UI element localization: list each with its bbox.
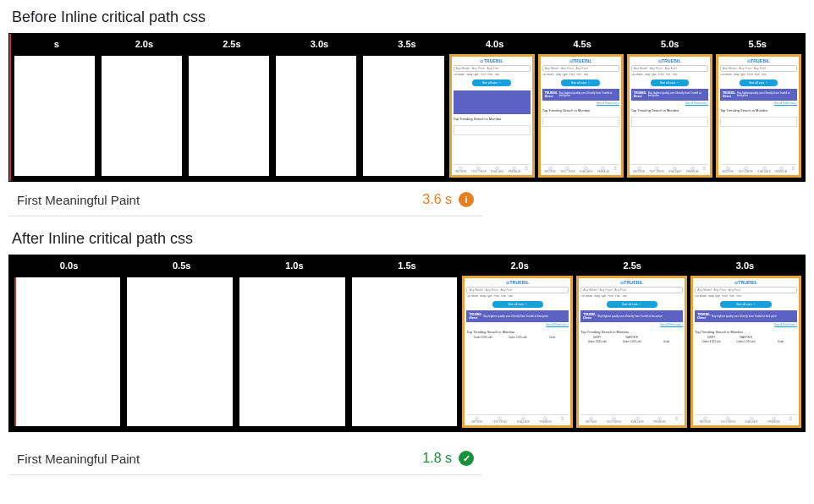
after-frames: ⊙TRUEBIL Any Model · Any Price · Any Fue…: [13, 276, 801, 428]
timestamp: 2.5s: [188, 39, 276, 52]
timestamp: 0.5s: [125, 260, 238, 274]
info-icon[interactable]: i: [459, 192, 474, 207]
frame-blank: [350, 276, 459, 428]
frame-blank: [361, 54, 445, 178]
mini-bottom-nav: ⊙BROWSE ⊙TEST DRIVE ⊙EVALUATE ⊙PREMIUM ≡: [454, 164, 531, 173]
before-timestamps: s 2.0s 2.5s 3.0s 3.5s 4.0s 4.5s 5.0s 5.5…: [13, 39, 801, 52]
timestamp: 2.5s: [576, 260, 689, 274]
after-filmstrip: 0.0s 0.5s 1.0s 1.5s 2.0s 2.5s 3.0s ⊙TRUE…: [8, 255, 806, 432]
frame-blank: [13, 276, 122, 428]
frame-rendered: ⊙TRUEBIL Any Model · Any Price · Any Fue…: [690, 276, 801, 428]
mini-logo: ⊙TRUEBIL: [454, 58, 531, 63]
check-icon: ✓: [459, 451, 474, 466]
timestamp: 2.0s: [101, 39, 189, 52]
mini-search: Any Model · Any Price · Any Fuel: [454, 65, 531, 72]
timestamp: 4.5s: [538, 39, 626, 52]
mini-trending-heading: Top Trending Search in Mumbai: [454, 118, 531, 122]
before-frames: ⊙TRUEBIL Any Model · Any Price · Any Fue…: [13, 54, 801, 178]
timestamp: 1.0s: [238, 260, 350, 274]
frame-blank: [187, 54, 271, 178]
after-title: After Inline critical path css: [12, 230, 806, 248]
timestamp: 3.0s: [689, 260, 801, 274]
timestamp: 3.0s: [276, 39, 364, 52]
mini-banner-placeholder: [454, 90, 531, 114]
playhead-indicator: [9, 34, 11, 181]
mini-chips: Car Model Body Type Price Fuel Year: [454, 74, 531, 77]
metric-value: 3.6 s: [422, 192, 452, 207]
metric-value: 1.8 s: [422, 451, 452, 466]
frame-blank: [274, 54, 358, 178]
metric-label: First Meaningful Paint: [17, 193, 422, 207]
frame-blank: [13, 54, 96, 178]
frame-rendered: ⊙TRUEBIL Any Model · Any Price · Any Fue…: [538, 54, 624, 178]
timestamp: 5.5s: [714, 39, 802, 52]
timestamp: 5.0s: [626, 39, 714, 52]
playhead-indicator: [14, 277, 16, 426]
frame-partial: ⊙TRUEBIL Any Model · Any Price · Any Fue…: [449, 54, 535, 178]
frame-rendered: ⊙TRUEBIL Any Model · Any Price · Any Fue…: [576, 276, 687, 428]
timestamp: 0.0s: [13, 260, 125, 274]
frame-rendered: ⊙TRUEBIL Any Model · Any Price · Any Fue…: [627, 54, 712, 178]
frame-blank: [125, 276, 234, 428]
mini-placeholder: [454, 125, 531, 135]
mini-app: ⊙TRUEBIL Any Model · Any Price · Any Fue…: [541, 57, 621, 175]
frame-blank: [100, 54, 184, 178]
timestamp: s: [13, 39, 101, 52]
timestamp: 2.0s: [464, 260, 576, 274]
frame-rendered: ⊙TRUEBIL Any Model · Any Price · Any Fue…: [716, 54, 801, 178]
before-metric-row[interactable]: First Meaningful Paint 3.6 s i: [8, 182, 482, 216]
mini-cta: See all cars →: [472, 79, 511, 86]
frame-rendered: ⊙TRUEBIL Any Model · Any Price · Any Fue…: [462, 276, 573, 428]
timestamp: 1.5s: [350, 260, 463, 274]
timestamp: 4.0s: [451, 39, 539, 52]
after-timestamps: 0.0s 0.5s 1.0s 1.5s 2.0s 2.5s 3.0s: [13, 260, 801, 274]
frame-blank: [238, 276, 347, 428]
before-title: Before Inline critical path css: [12, 8, 806, 26]
after-metric-row[interactable]: First Meaningful Paint 1.8 s ✓: [8, 441, 482, 475]
before-filmstrip: s 2.0s 2.5s 3.0s 3.5s 4.0s 4.5s 5.0s 5.5…: [8, 33, 806, 182]
metric-label: First Meaningful Paint: [17, 452, 422, 466]
mini-app-partial: ⊙TRUEBIL Any Model · Any Price · Any Fue…: [452, 57, 532, 175]
timestamp: 3.5s: [363, 39, 451, 52]
